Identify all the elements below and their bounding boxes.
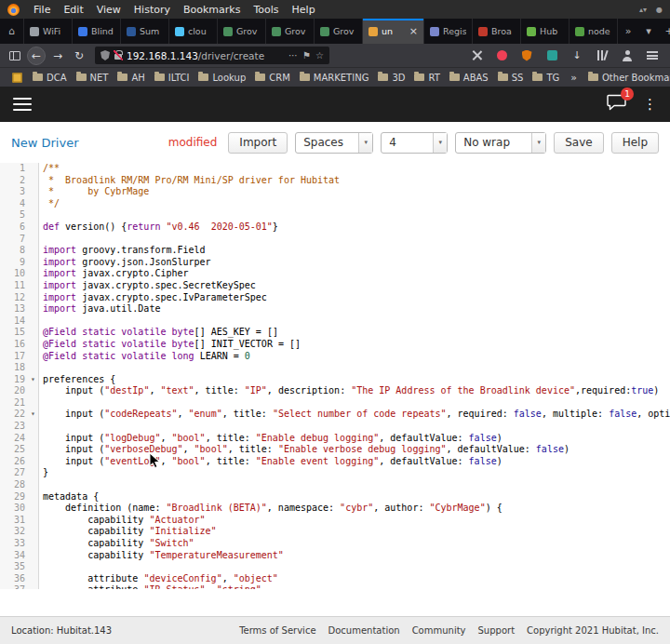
code-line-36[interactable]: 36 attribute "deviceConfig", "object" — [0, 573, 670, 585]
fold-icon[interactable]: ▾ — [28, 409, 39, 421]
tab-scroll-right-icon[interactable]: » — [618, 25, 638, 37]
code-line-34[interactable]: 34 capability "TemperatureMeasurement" — [0, 550, 670, 562]
bookmark-net[interactable]: NET — [72, 73, 114, 83]
forward-button[interactable]: → — [48, 47, 67, 65]
account-icon[interactable] — [620, 48, 635, 63]
code-editor[interactable]: 1/**2 * Broadlink RM/RM Pro/RM Mini/SP d… — [0, 163, 670, 589]
indent-size-select[interactable]: 4 ▾ — [381, 132, 448, 154]
tab-broa[interactable]: Broa — [473, 19, 521, 44]
code-line-35[interactable]: 35 — [0, 561, 670, 573]
status-indicator-icon[interactable]: ● — [656, 6, 663, 14]
code-line-17[interactable]: 17@Field static volatile long LEARN = 0 — [0, 351, 670, 363]
adblock-shield-icon[interactable] — [519, 48, 534, 63]
code-line-10[interactable]: 10import javax.crypto.Cipher — [0, 268, 670, 280]
code-line-15[interactable]: 15@Field static volatile byte[] AES_KEY … — [0, 327, 670, 339]
extension-icon[interactable] — [544, 48, 559, 63]
bookmark-3d[interactable]: 3D — [373, 73, 409, 83]
bookmark-iltci[interactable]: ILTCI — [150, 73, 194, 83]
menu-bookmarks[interactable]: Bookmarks — [177, 4, 247, 16]
hubitat-menu-icon[interactable] — [13, 98, 32, 111]
code-line-19[interactable]: 19▾preferences { — [0, 374, 670, 386]
library-icon[interactable] — [595, 48, 610, 63]
tab-hub[interactable]: Hub — [521, 19, 570, 44]
code-line-24[interactable]: 24 input ("logDebug", "bool", title: "En… — [0, 433, 670, 445]
sidebar-toggle-icon[interactable] — [6, 47, 24, 65]
new-tab-button[interactable]: + — [659, 25, 670, 37]
menu-file[interactable]: File — [27, 4, 57, 16]
menu-edit[interactable]: Edit — [57, 4, 89, 16]
bookmarks-overflow-icon[interactable]: » — [565, 72, 583, 84]
bookmark-rt[interactable]: RT — [409, 73, 444, 83]
screenshot-scissors-icon[interactable] — [469, 48, 484, 63]
bookmark-tg[interactable]: TG — [528, 73, 564, 83]
bookmark-abas[interactable]: ABAS — [445, 73, 493, 83]
code-line-25[interactable]: 25 input ("verboseDebug", "bool", title:… — [0, 444, 670, 456]
import-button[interactable]: Import — [228, 132, 288, 154]
footer-link-community[interactable]: Community — [412, 625, 466, 636]
menu-help[interactable]: Help — [286, 4, 322, 16]
code-line-18[interactable]: 18 — [0, 362, 670, 374]
wrap-mode-select[interactable]: No wrap ▾ — [455, 132, 546, 154]
back-button[interactable]: ← — [27, 47, 46, 65]
pinned-tab[interactable]: ⌂ — [0, 19, 24, 44]
tab-close-icon[interactable]: × — [409, 25, 418, 37]
code-line-32[interactable]: 32 capability "Initialize" — [0, 526, 670, 538]
pocket-flag-icon[interactable]: ⚑ — [302, 50, 311, 60]
firefox-icon[interactable] — [7, 4, 20, 16]
code-line-37[interactable]: 37 attribute "IR Status", "string" — [0, 584, 670, 589]
help-button[interactable]: Help — [611, 132, 659, 154]
save-button[interactable]: Save — [554, 132, 603, 154]
tab-blind[interactable]: Blind — [73, 19, 121, 44]
reload-button[interactable]: ↻ — [70, 47, 88, 65]
code-line-6[interactable]: 6def version() {return "v0.46 2020-05-01… — [0, 221, 670, 234]
page-actions-icon[interactable]: ⋯ — [288, 50, 298, 60]
code-line-5[interactable]: 5 — [0, 209, 670, 221]
code-line-33[interactable]: 33 capability "Switch" — [0, 538, 670, 550]
app-menu-icon[interactable] — [645, 48, 660, 63]
tab-grov[interactable]: Grov — [315, 19, 363, 44]
indent-style-select[interactable]: Spaces ▾ — [295, 132, 373, 154]
code-line-14[interactable]: 14 — [0, 315, 670, 328]
tab-registr[interactable]: Registr — [424, 19, 473, 44]
code-line-11[interactable]: 11import javax.crypto.spec.SecretKeySpec — [0, 280, 670, 292]
menu-view[interactable]: View — [90, 4, 127, 16]
bookmark-ah[interactable]: AH — [113, 73, 149, 83]
code-line-9[interactable]: 9import groovy.json.JsonSlurper — [0, 257, 670, 269]
tab-grov[interactable]: Grov — [266, 19, 315, 44]
network-indicator-icon[interactable]: ▴▾ — [639, 6, 647, 14]
code-line-7[interactable]: 7 — [0, 234, 670, 246]
code-line-28[interactable]: 28 — [0, 479, 670, 491]
tab-wifi[interactable]: WiFi — [24, 19, 73, 44]
code-line-12[interactable]: 12import javax.crypto.spec.IvParameterSp… — [0, 292, 670, 304]
url-text[interactable]: 192.168.1.143/driver/create — [127, 50, 284, 61]
code-line-21[interactable]: 21 — [0, 397, 670, 409]
footer-link-terms-of-service[interactable]: Terms of Service — [239, 625, 315, 636]
kebab-menu-icon[interactable]: ⋮ — [643, 98, 657, 112]
code-line-2[interactable]: 2 * Broadlink RM/RM Pro/RM Mini/SP drive… — [0, 175, 670, 187]
speed-dial-bookmark-icon[interactable] — [7, 73, 27, 83]
code-line-1[interactable]: 1/** — [0, 163, 670, 175]
other-bookmarks-folder[interactable]: Other Bookmarks — [583, 73, 670, 83]
code-line-23[interactable]: 23 — [0, 421, 670, 433]
tab-node[interactable]: node — [570, 19, 618, 44]
code-line-8[interactable]: 8import groovy.transform.Field — [0, 245, 670, 257]
code-line-31[interactable]: 31 capability "Actuator" — [0, 515, 670, 527]
code-line-13[interactable]: 13import java.util.Date — [0, 303, 670, 315]
all-tabs-dropdown-icon[interactable]: ▾ — [638, 25, 659, 37]
bookmark-lookup[interactable]: Lookup — [194, 73, 250, 83]
code-line-27[interactable]: 27} — [0, 467, 670, 479]
code-line-29[interactable]: 29metadata { — [0, 491, 670, 503]
code-line-22[interactable]: 22▾ input ("codeRepeats", "enum", title:… — [0, 409, 670, 421]
tab-clou[interactable]: clou — [169, 19, 218, 44]
tab-sum[interactable]: Sum — [121, 19, 169, 44]
bookmark-ss[interactable]: SS — [493, 73, 529, 83]
pocket-icon[interactable] — [494, 48, 509, 63]
footer-link-documentation[interactable]: Documentation — [328, 625, 400, 636]
bookmark-star-icon[interactable]: ☆ — [315, 50, 324, 60]
downloads-icon[interactable]: ↓ — [570, 48, 584, 63]
notifications-button[interactable]: 1 — [607, 94, 626, 114]
code-line-4[interactable]: 4 */ — [0, 198, 670, 210]
bookmark-crm[interactable]: CRM — [250, 73, 295, 83]
code-line-3[interactable]: 3 * by CybrMage — [0, 186, 670, 198]
code-line-30[interactable]: 30 definition (name: "Broadlink (BETA)",… — [0, 503, 670, 515]
